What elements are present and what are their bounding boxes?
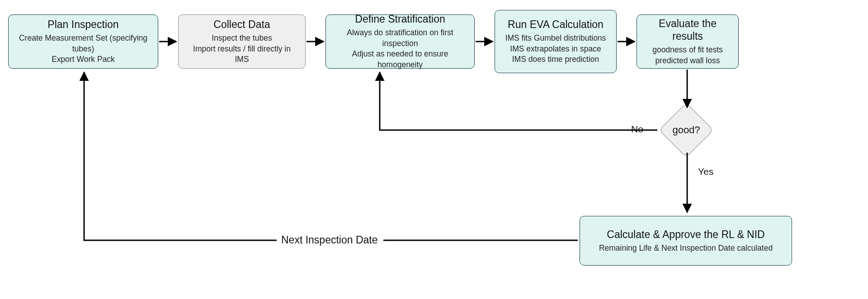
node-title: Evaluate the results	[644, 17, 731, 43]
node-collect-data: Collect Data Inspect the tubes Import re…	[178, 14, 306, 69]
node-plan-inspection: Plan Inspection Create Measurement Set (…	[8, 14, 158, 69]
node-title: Plan Inspection	[47, 18, 118, 31]
node-line: goodness of fit tests	[652, 45, 723, 56]
decision-label: good?	[672, 124, 700, 136]
arrow-no-to-stratify	[380, 72, 657, 130]
node-define-stratification: Define Stratification Always do stratifi…	[326, 14, 475, 69]
node-calc-approve: Calculate & Approve the RL & NID Remaini…	[580, 216, 792, 266]
arrow-next-inspection-to-plan	[84, 72, 578, 240]
node-line: predicted wall loss	[656, 56, 720, 66]
node-line: Always do stratification on first inspec…	[333, 28, 467, 49]
decision-good: good?	[659, 112, 713, 148]
decision-yes-label: Yes	[696, 166, 715, 177]
node-evaluate-results: Evaluate the results goodness of fit tes…	[637, 14, 739, 69]
node-run-eva: Run EVA Calculation IMS fits Gumbel dist…	[495, 10, 617, 73]
node-title: Run EVA Calculation	[508, 18, 604, 31]
node-title: Collect Data	[213, 18, 270, 31]
node-title: Define Stratification	[355, 13, 445, 26]
decision-no-label: No	[629, 124, 645, 135]
node-line: Remaining Life & Next Inspection Date ca…	[599, 243, 773, 254]
node-line: IMS fits Gumbel distributions	[505, 33, 606, 44]
node-line: IMS extrapolates in space	[510, 44, 601, 55]
node-line: IMS does time prediction	[512, 54, 599, 65]
node-line: Inspect the tubes	[212, 33, 272, 44]
node-line: Export Work Pack	[52, 54, 115, 65]
flow-diagram: Plan Inspection Create Measurement Set (…	[0, 0, 868, 299]
node-line: Adjust as needed to ensure homogeneity	[333, 49, 467, 70]
node-line: Import results / fill directly in IMS	[186, 44, 298, 65]
node-line: Create Measurement Set (specifying tubes…	[16, 33, 151, 54]
edge-next-inspection-label: Next Inspection Date	[279, 234, 380, 246]
node-title: Calculate & Approve the RL & NID	[607, 228, 764, 241]
